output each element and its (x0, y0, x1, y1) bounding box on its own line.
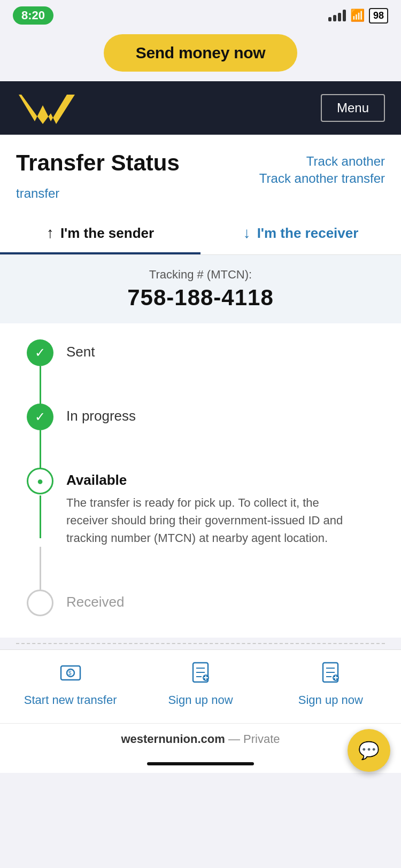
wu-logo-svg (16, 89, 80, 127)
home-indicator (0, 755, 401, 773)
status-icons: 📶 98 (328, 8, 388, 24)
battery-level: 98 (373, 10, 384, 21)
available-description: The transfer is ready for pick up. To co… (66, 494, 344, 547)
signal-bars-icon (328, 10, 346, 21)
track-another-row: transfer (0, 186, 401, 212)
battery-icon: 98 (369, 8, 388, 24)
track-links: Track another Track another transfer (259, 154, 385, 186)
tabs: ↑ I'm the sender ↓ I'm the receiver (0, 212, 401, 255)
inprogress-icon: ✓ (27, 404, 53, 430)
available-content: Available The transfer is ready for pick… (66, 468, 344, 547)
available-icon: ● (27, 468, 53, 494)
upload-icon: ↑ (47, 224, 54, 242)
signal-bar-4 (343, 10, 346, 21)
status-time: 8:20 (13, 6, 53, 25)
start-new-transfer-label: Start new transfer (24, 693, 117, 707)
received-status: Received (66, 594, 124, 610)
timeline: ✓ Sent ✓ In progress ● Available The tra… (0, 323, 401, 638)
signup-icon-1 (189, 661, 212, 689)
top-banner: Send money now (0, 29, 401, 81)
timeline-step-received: Received (27, 590, 385, 616)
sent-icon: ✓ (27, 339, 53, 366)
wifi-icon: 📶 (350, 9, 365, 22)
timeline-step-inprogress: ✓ In progress (27, 404, 385, 430)
sent-content: Sent (66, 339, 95, 360)
timeline-step-available: ● Available The transfer is ready for pi… (27, 468, 385, 547)
footer: westernunion.com — Private (0, 723, 401, 755)
menu-button[interactable]: Menu (321, 94, 385, 122)
inprogress-status: In progress (66, 408, 136, 424)
svg-text:$: $ (68, 670, 72, 676)
tab-receiver[interactable]: ↓ I'm the receiver (200, 212, 401, 254)
signal-bar-2 (333, 15, 336, 21)
chat-icon: 💬 (358, 740, 380, 761)
transfer-status-header: Transfer Status Track another Track anot… (0, 135, 401, 186)
sign-up-button-2[interactable]: Sign up now (277, 661, 384, 707)
svg-marker-0 (19, 95, 75, 124)
tab-sender[interactable]: ↑ I'm the sender (0, 212, 200, 254)
dashed-divider (16, 643, 385, 644)
sign-up-label-1: Sign up now (168, 693, 233, 707)
footer-site: westernunion.com (121, 732, 225, 746)
track-another-link-2[interactable]: Track another transfer (259, 171, 385, 186)
tracking-number: 758-188-4118 (16, 285, 385, 311)
western-union-logo (16, 89, 80, 127)
track-another-link-1[interactable]: Track another (306, 154, 385, 169)
tab-receiver-label: I'm the receiver (257, 225, 359, 242)
tracking-section: Tracking # (MTCN): 758-188-4118 (0, 255, 401, 323)
received-content: Received (66, 590, 124, 610)
bottom-nav: $ Start new transfer Sign up now (0, 649, 401, 723)
footer-privacy: Private (243, 732, 280, 746)
inprogress-content: In progress (66, 404, 136, 424)
nav-header: Menu (0, 81, 401, 135)
sign-up-button-1[interactable]: Sign up now (147, 661, 254, 707)
tab-active-indicator (0, 252, 200, 254)
download-icon: ↓ (243, 224, 251, 242)
received-icon (27, 590, 53, 616)
start-new-transfer-button[interactable]: $ Start new transfer (17, 661, 124, 707)
signal-bar-1 (328, 17, 331, 21)
home-bar (147, 762, 254, 765)
track-another-left-link[interactable]: transfer (16, 186, 59, 201)
transfer-icon: $ (59, 661, 82, 689)
tracking-label: Tracking # (MTCN): (16, 268, 385, 282)
send-money-button[interactable]: Send money now (104, 34, 298, 72)
footer-separator: — (228, 732, 240, 746)
transfer-title: Transfer Status (16, 151, 180, 175)
status-bar: 8:20 📶 98 (0, 0, 401, 29)
tab-sender-label: I'm the sender (60, 225, 154, 242)
available-status: Available (66, 472, 344, 489)
sign-up-label-2: Sign up now (298, 693, 363, 707)
signup-icon-2 (319, 661, 342, 689)
timeline-step-sent: ✓ Sent (27, 339, 385, 366)
sent-status: Sent (66, 344, 95, 360)
signal-bar-3 (338, 13, 341, 21)
chat-fab-button[interactable]: 💬 (348, 729, 390, 772)
